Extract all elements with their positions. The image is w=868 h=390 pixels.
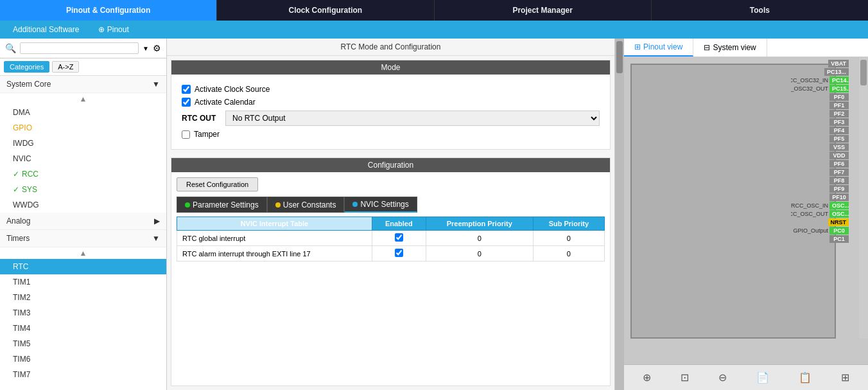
tamper-checkbox[interactable] <box>182 130 190 139</box>
pin-nrst[interactable]: NRST <box>828 218 849 226</box>
list-item: NRST <box>791 218 849 226</box>
rtc-out-row: RTC OUT No RTC Output RTC_AF1 RTC_AF2 <box>182 111 600 126</box>
dropdown-arrow-icon[interactable]: ▼ <box>143 45 149 52</box>
activate-clock-source-checkbox[interactable] <box>182 85 191 94</box>
sidebar-item-rcc[interactable]: ✓ RCC <box>0 166 166 182</box>
nvic-row1-preemption: 0 <box>426 231 533 246</box>
chevron-down-icon: ▼ <box>152 80 160 89</box>
nvic-table: NVIC Interrupt Table Enabled Preemption … <box>177 217 605 261</box>
pin-pf0[interactable]: PF0 <box>829 93 849 101</box>
nav-clock[interactable]: Clock Configuration <box>217 0 434 21</box>
scroll-up-btn[interactable]: ▲ <box>0 93 166 105</box>
nav-pinout[interactable]: Pinout & Configuration <box>0 0 217 21</box>
right-scrollbar-thumb <box>860 60 867 85</box>
sidebar-item-gpio[interactable]: GPIO <box>0 120 166 136</box>
pin-osc-out[interactable]: OSC... <box>829 210 849 218</box>
pin-pf6[interactable]: PF6 <box>829 160 849 168</box>
zoom-in-icon[interactable]: ⊕ <box>639 370 655 385</box>
pin-view: VBAT PC13... RCC_OSC32_IN PC14... RCC_OS… <box>624 57 868 364</box>
pin-pc14[interactable]: PC14... <box>829 76 849 84</box>
tab-param-settings[interactable]: Parameter Settings <box>177 197 267 213</box>
sidebar-item-tim1[interactable]: TIM1 <box>0 274 166 290</box>
search-input[interactable] <box>20 42 139 54</box>
top-navigation: Pinout & Configuration Clock Configurati… <box>0 0 868 21</box>
category-timers[interactable]: Timers ▼ <box>0 230 166 247</box>
reset-config-button[interactable]: Reset Configuration <box>177 177 258 191</box>
export-icon[interactable]: 📄 <box>752 370 773 385</box>
nvic-col-name: NVIC Interrupt Table <box>177 217 372 231</box>
pin-pf3[interactable]: PF3 <box>829 118 849 126</box>
pin-pf9[interactable]: PF9 <box>829 185 849 193</box>
sidebar-item-iwdg[interactable]: IWDG <box>0 136 166 151</box>
sidebar-item-rtc[interactable]: RTC <box>0 259 166 274</box>
sidebar-item-tim7[interactable]: TIM7 <box>0 367 166 382</box>
search-bar: 🔍 ▼ ⚙ <box>0 39 166 58</box>
pin-osc-in[interactable]: OSC... <box>829 202 849 209</box>
pin-pf5[interactable]: PF5 <box>829 135 849 143</box>
list-item: GPIO_Output PC0 <box>791 227 849 235</box>
fit-view-icon[interactable]: ⊡ <box>677 370 693 385</box>
grid-icon[interactable]: ⊞ <box>837 370 853 385</box>
sidebar-content: System Core ▼ ▲ DMA GPIO IWDG NVIC ✓ RCC… <box>0 76 166 390</box>
sidebar-item-wwdg[interactable]: WWDG <box>0 197 166 213</box>
tab-system-view[interactable]: ⊟ System view <box>693 39 767 57</box>
list-item: PF10 <box>791 193 849 201</box>
pin-pc0[interactable]: PC0 <box>829 227 849 235</box>
gear-icon[interactable]: ⚙ <box>153 43 161 53</box>
tab-pinout-view[interactable]: ⊞ Pinout view <box>624 39 693 57</box>
pin-pf8[interactable]: PF8 <box>829 177 849 184</box>
sidebar-item-tim6[interactable]: TIM6 <box>0 351 166 367</box>
scrollbar-thumb <box>616 41 623 73</box>
center-area: RTC Mode and Configuration Mode Activate… <box>167 39 624 390</box>
nvic-row1-name: RTC global interrupt <box>177 231 372 246</box>
sidebar-item-tim3[interactable]: TIM3 <box>0 305 166 321</box>
pinout-view-icon: ⊞ <box>634 42 641 51</box>
pin-pc13[interactable]: PC13... <box>824 68 849 76</box>
nvic-row2-enabled <box>372 246 426 261</box>
sidebar-item-tim4[interactable]: TIM4 <box>0 321 166 336</box>
right-panel-scrollbar[interactable] <box>859 57 868 339</box>
tab-user-constants[interactable]: User Constants <box>267 197 345 213</box>
nvic-row1-checkbox[interactable] <box>395 233 403 242</box>
category-system-core[interactable]: System Core ▼ <box>0 76 166 93</box>
list-item: PF1 <box>791 102 849 109</box>
sidebar-item-nvic[interactable]: NVIC <box>0 151 166 166</box>
sidebar-item-tim2[interactable]: TIM2 <box>0 290 166 305</box>
nvic-row2-sub: 0 <box>533 246 604 261</box>
pin-pf2[interactable]: PF2 <box>829 110 849 118</box>
list-item: PF6 <box>791 160 849 168</box>
check-icon: ✓ <box>13 170 19 179</box>
center-scrollbar[interactable] <box>615 39 624 390</box>
timers-scroll-up[interactable]: ▲ <box>0 247 166 259</box>
pin-pf10[interactable]: PF10 <box>829 193 849 201</box>
nav-project[interactable]: Project Manager <box>435 0 652 21</box>
tab-az[interactable]: A->Z <box>52 61 79 73</box>
activate-calendar-checkbox[interactable] <box>182 98 191 107</box>
list-item: RCC_OSC_IN OSC... <box>791 202 849 209</box>
rtc-out-select[interactable]: No RTC Output RTC_AF1 RTC_AF2 <box>225 111 600 126</box>
nvic-row2-checkbox[interactable] <box>395 249 403 257</box>
pin-vdd[interactable]: VDD <box>829 152 849 159</box>
nvic-col-sub: Sub Priority <box>533 217 604 231</box>
nav-tools[interactable]: Tools <box>652 0 868 21</box>
pin-vss[interactable]: VSS <box>829 143 849 151</box>
sidebar-item-tim5[interactable]: TIM5 <box>0 336 166 351</box>
subnav-pinout[interactable]: ⊕ Pinout <box>98 25 128 34</box>
sidebar-item-sys[interactable]: ✓ SYS <box>0 182 166 197</box>
chevron-up-icon: ▲ <box>80 249 87 258</box>
pin-pf1[interactable]: PF1 <box>829 102 849 109</box>
tab-categories[interactable]: Categories <box>4 61 49 73</box>
subnav-additional[interactable]: Additional Software <box>13 25 79 34</box>
activate-clock-source-row: Activate Clock Source <box>182 85 600 94</box>
tab-nvic-settings[interactable]: NVIC Settings <box>344 197 417 213</box>
table-row: RTC global interrupt 0 0 <box>177 231 605 246</box>
sidebar-item-dma[interactable]: DMA <box>0 105 166 120</box>
pin-vbat[interactable]: VBAT <box>828 60 849 67</box>
pin-pf7[interactable]: PF7 <box>829 168 849 176</box>
category-analog[interactable]: Analog ▶ <box>0 213 166 230</box>
zoom-out-icon[interactable]: ⊖ <box>715 370 731 385</box>
pin-pc1[interactable]: PC1 <box>829 235 849 243</box>
pin-pf4[interactable]: PF4 <box>829 127 849 134</box>
pin-pc15[interactable]: PC15... <box>829 85 849 93</box>
copy-icon[interactable]: 📋 <box>795 370 815 385</box>
